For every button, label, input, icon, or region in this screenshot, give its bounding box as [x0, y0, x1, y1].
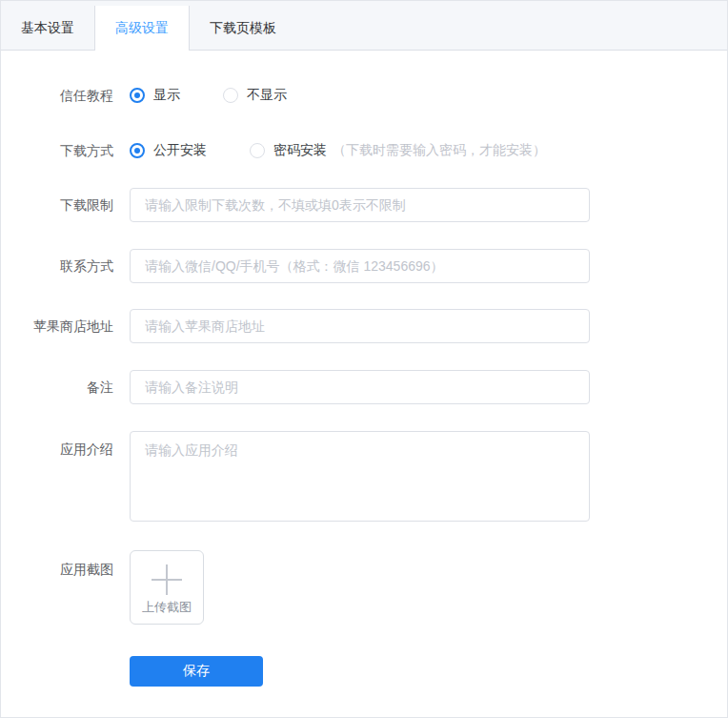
download-method-options: 公开安装 密码安装 （下载时需要输入密码，才能安装）	[130, 142, 546, 159]
form-content: 信任教程 显示 不显示 下载方式 公开安装	[1, 51, 727, 687]
app-intro-textarea[interactable]	[130, 431, 590, 522]
radio-option-show[interactable]: 显示	[130, 87, 180, 104]
apple-store-row: 苹果商店地址	[1, 309, 727, 343]
tab-basic-settings[interactable]: 基本设置	[1, 6, 94, 50]
download-limit-row: 下载限制	[1, 188, 727, 222]
contact-input[interactable]	[130, 249, 590, 283]
app-screenshot-row: 应用截图 上传截图	[1, 550, 727, 625]
tab-bar: 基本设置 高级设置 下载页模板	[1, 1, 727, 51]
tab-download-page-template[interactable]: 下载页模板	[190, 6, 296, 50]
radio-unchecked-icon[interactable]	[250, 143, 265, 158]
download-limit-label: 下载限制	[1, 195, 113, 215]
radio-label: 密码安装	[273, 142, 327, 159]
apple-store-label: 苹果商店地址	[1, 317, 113, 336]
radio-label: 显示	[153, 87, 180, 104]
download-method-label: 下载方式	[1, 141, 113, 160]
settings-card: 基本设置 高级设置 下载页模板 信任教程 显示 不显示 下载方式	[0, 0, 728, 718]
trust-tutorial-options: 显示 不显示	[130, 87, 287, 104]
remark-input[interactable]	[130, 370, 590, 404]
save-button[interactable]: 保存	[130, 656, 263, 687]
app-intro-label: 应用介绍	[1, 431, 113, 459]
app-screenshot-label: 应用截图	[1, 550, 113, 579]
radio-option-password-install[interactable]: 密码安装 （下载时需要输入密码，才能安装）	[250, 142, 546, 159]
download-limit-input[interactable]	[130, 188, 590, 222]
radio-checked-icon[interactable]	[130, 143, 145, 158]
upload-screenshot-button[interactable]: 上传截图	[130, 550, 204, 625]
trust-tutorial-row: 信任教程 显示 不显示	[1, 86, 727, 105]
remark-label: 备注	[1, 378, 113, 397]
radio-option-public-install[interactable]: 公开安装	[130, 142, 207, 159]
plus-icon	[152, 564, 182, 595]
contact-label: 联系方式	[1, 256, 113, 276]
apple-store-input[interactable]	[130, 309, 590, 343]
save-row: 保存	[130, 656, 727, 687]
password-install-hint: （下载时需要输入密码，才能安装）	[333, 142, 546, 159]
radio-label: 公开安装	[153, 142, 207, 159]
trust-tutorial-label: 信任教程	[1, 86, 113, 105]
remark-row: 备注	[1, 370, 727, 404]
tab-advanced-settings[interactable]: 高级设置	[94, 6, 190, 51]
upload-screenshot-text: 上传截图	[142, 599, 192, 616]
download-method-row: 下载方式 公开安装 密码安装 （下载时需要输入密码，才能安装）	[1, 141, 727, 160]
contact-row: 联系方式	[1, 249, 727, 283]
radio-label: 不显示	[247, 87, 287, 104]
radio-checked-icon[interactable]	[130, 88, 145, 103]
radio-unchecked-icon[interactable]	[223, 88, 238, 103]
app-intro-row: 应用介绍	[1, 431, 727, 522]
radio-option-hide[interactable]: 不显示	[223, 87, 287, 104]
